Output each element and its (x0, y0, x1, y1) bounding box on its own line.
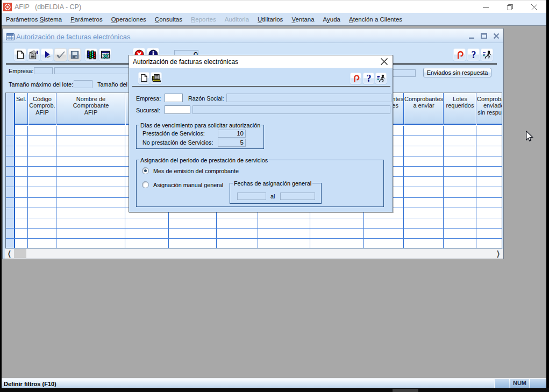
new-document-icon (17, 51, 24, 59)
main-titlebar: AFIP (dbELDIA - CP) (2, 0, 546, 13)
app-title: AFIP (dbELDIA - CP) (15, 3, 81, 11)
menu-item-par-metros[interactable]: Parámetros (66, 13, 106, 25)
rho-icon (352, 74, 360, 83)
new-button[interactable] (14, 48, 26, 61)
svg-text:?: ? (471, 51, 476, 59)
horizontal-scrollbar[interactable]: ❬ ❭ (5, 249, 503, 259)
run-icon (44, 51, 51, 59)
lote-field[interactable] (74, 80, 92, 88)
exit-runner-icon (482, 51, 491, 59)
group-dias-title: Días de vencimiento para solicitar autor… (139, 122, 261, 129)
status-bar: Definir filtros (F10) NUM (2, 378, 546, 388)
help-icon: ? (366, 74, 372, 83)
desktop-edge-bottom (0, 388, 549, 392)
desktop-edge-left (0, 2, 2, 392)
dialog-titlebar[interactable]: Autorización de facturas electrónicas (129, 55, 393, 68)
dialog-close-button[interactable] (380, 58, 388, 66)
table-row[interactable] (6, 218, 502, 229)
empresa-code-field[interactable] (34, 67, 53, 74)
group-asignacion-title: Asignación del periodo de prestación de … (139, 157, 269, 163)
menu-bar: Parámetros SistemaParámetrosOperacionesC… (2, 13, 546, 26)
rho-button[interactable] (453, 48, 466, 61)
svg-text:?: ? (366, 74, 371, 83)
dlg-empresa-label: Empresa: (136, 95, 161, 102)
group-dias-vencimiento: Días de vencimiento para solicitar autor… (136, 125, 264, 149)
close-icon (531, 4, 537, 10)
desktop-edge-right (546, 1, 549, 392)
menu-item-utilitarios[interactable]: Utilitarios (253, 13, 287, 25)
afip-app-icon (3, 3, 12, 11)
minimize-button[interactable] (474, 1, 498, 14)
child-titlebar[interactable]: Autorización de facturas electrónicas (3, 28, 503, 43)
radio-mes-emision[interactable] (142, 167, 149, 174)
status-panel-2 (530, 379, 546, 388)
menu-item-reportes[interactable]: Reportes (187, 13, 220, 25)
desktop-taskbar-fragment (393, 389, 418, 392)
dlg-sucursal-field[interactable] (192, 105, 390, 114)
menu-item-par-metros-sistema[interactable]: Parámetros Sistema (2, 13, 66, 25)
column-header-11[interactable]: Lotes requeridos (444, 93, 476, 125)
exit-runner-icon (377, 74, 386, 82)
child-title: Autorización de facturas electrónicas (16, 33, 130, 41)
fecha-desde-input[interactable] (237, 193, 266, 200)
help-icon: ? (470, 51, 477, 59)
maximize-button[interactable] (498, 1, 522, 14)
no-prestacion-label: No prestación de Servicios: (142, 139, 213, 146)
child-close-button[interactable] (493, 32, 500, 40)
group-fechas: Fechas de asignación general al (230, 183, 322, 204)
scrollbar-thumb[interactable] (14, 249, 26, 258)
menu-item-auditoria[interactable]: Auditoria (220, 13, 253, 25)
dlg-exit-button[interactable] (375, 73, 387, 84)
table-row[interactable] (6, 229, 502, 239)
dlg-razon-field[interactable] (226, 94, 391, 102)
scroll-left-arrow[interactable]: ❬ (5, 247, 14, 260)
run-button[interactable] (41, 48, 53, 61)
data-columns-button[interactable] (85, 48, 97, 61)
menu-item-operaciones[interactable]: Operaciones (107, 13, 151, 25)
column-header-2[interactable]: Código Comprob. AFIP (28, 93, 56, 125)
dialog-title: Autorización de facturas electrónicas (133, 58, 238, 66)
export-grid-icon (101, 51, 110, 59)
dlg-help-button[interactable]: ? (363, 73, 374, 84)
child-maximize-button[interactable] (480, 32, 488, 40)
menu-item-ayuda[interactable]: Ayuda (319, 13, 345, 25)
group-fechas-title: Fechas de asignación general (233, 180, 312, 187)
column-header-3[interactable]: Nombre de Comprobante AFIP (57, 93, 125, 125)
prestacion-input[interactable]: 10 (218, 130, 246, 138)
scroll-right-arrow[interactable]: ❭ (494, 247, 503, 260)
dlg-retrieve-button[interactable] (151, 72, 162, 84)
menu-item-atenci-n-a-clientes[interactable]: Atención a Clientes (345, 13, 407, 25)
column-header-10[interactable]: Comprobantes a enviar (404, 93, 444, 125)
radio-mes-label[interactable]: Mes de emisión del comprobante (153, 168, 239, 174)
check-icon (56, 51, 65, 59)
status-text: Definir filtros (F10) (4, 381, 56, 387)
main-window: AFIP (dbELDIA - CP) Parámetros SistemaPa… (2, 0, 546, 388)
dlg-empresa-input[interactable] (165, 94, 183, 102)
dlg-razon-label: Razón Social: (188, 95, 224, 102)
lote2-field[interactable] (392, 69, 416, 77)
dlg-sucursal-input[interactable] (165, 105, 190, 114)
dlg-new-button[interactable] (138, 72, 149, 84)
exit-button[interactable] (481, 48, 493, 61)
save-button[interactable] (68, 48, 81, 61)
export-grid-button[interactable] (99, 48, 111, 61)
column-header-1[interactable]: Sel. (15, 93, 28, 125)
menu-item-ventana[interactable]: Ventana (287, 13, 318, 25)
menu-item-consultas[interactable]: Consultas (151, 13, 187, 25)
fecha-hasta-input[interactable] (280, 193, 315, 200)
radio-asignacion-manual[interactable] (142, 181, 149, 188)
column-header-12[interactable]: Comprobantes enviados sin respuesta (477, 93, 502, 125)
no-prestacion-input[interactable]: 5 (218, 139, 246, 147)
child-minimize-button[interactable] (468, 32, 475, 40)
mouse-cursor (526, 131, 534, 144)
help-button[interactable]: ? (467, 48, 480, 61)
dlg-rho-button[interactable] (350, 73, 361, 84)
properties-button[interactable] (27, 48, 40, 61)
rho-icon (456, 50, 464, 59)
table-row[interactable] (6, 239, 502, 248)
close-button[interactable] (522, 1, 546, 14)
radio-manual-label[interactable]: Asignación manual general (153, 182, 223, 188)
validate-button[interactable] (54, 48, 67, 61)
prestacion-label: Prestación de Servicios: (142, 130, 205, 137)
enviados-sin-respuesta-button[interactable]: Enviados sin respuesta (423, 68, 491, 77)
